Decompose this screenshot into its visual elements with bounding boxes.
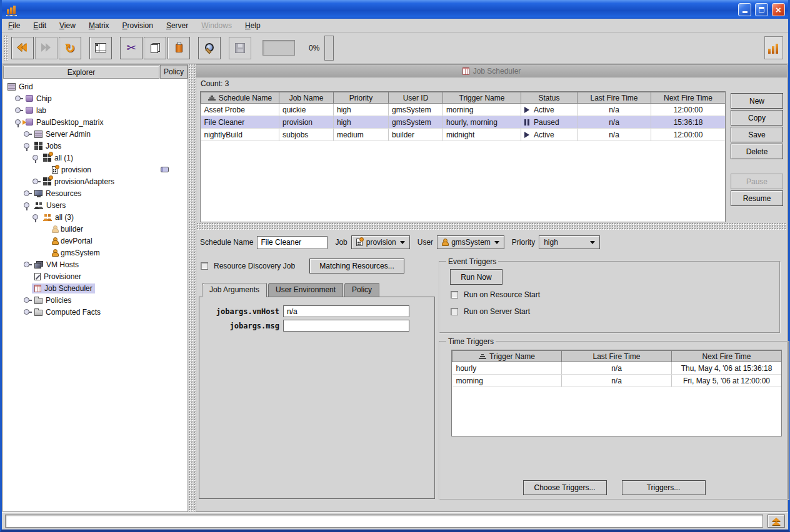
column-header-last-fire-time[interactable]: Last Fire Time xyxy=(562,351,672,362)
user-combo[interactable]: gmsSystem xyxy=(437,235,504,249)
resume-button[interactable]: Resume xyxy=(731,190,783,206)
expand-toggle-icon[interactable] xyxy=(14,106,22,114)
tree-item-provisioner[interactable]: Provisioner xyxy=(3,270,188,282)
table-row[interactable]: Asset ProbequickiehighgmsSystemmorningAc… xyxy=(201,104,726,116)
expand-toggle-icon[interactable] xyxy=(22,189,31,197)
cut-button[interactable] xyxy=(120,37,142,59)
toolbar-text-field[interactable] xyxy=(262,40,295,56)
menu-help[interactable]: Help xyxy=(245,21,261,30)
column-header-schedule-name[interactable]: Schedule Name xyxy=(201,92,279,104)
menu-server[interactable]: Server xyxy=(166,21,188,30)
expand-toggle-icon[interactable] xyxy=(22,130,31,138)
collapse-toggle-icon[interactable] xyxy=(22,142,31,150)
horizontal-splitter[interactable] xyxy=(196,222,787,230)
column-header-trigger-name[interactable]: Trigger Name xyxy=(452,351,562,362)
collapse-toggle-icon[interactable] xyxy=(14,118,22,126)
schedule-name-input[interactable] xyxy=(257,236,328,249)
tree-item-gmssystem[interactable]: gmsSystem xyxy=(3,247,188,259)
column-header-user-id[interactable]: User ID xyxy=(389,92,443,104)
tree-item-job-scheduler[interactable]: Job Scheduler xyxy=(3,282,188,294)
tree-item-jobs[interactable]: Jobs xyxy=(3,140,188,152)
expand-toggle-icon[interactable] xyxy=(22,260,31,268)
column-header-status[interactable]: Status xyxy=(521,92,578,104)
expand-toggle-icon[interactable] xyxy=(22,296,31,304)
status-message-field[interactable] xyxy=(5,515,763,528)
table-row[interactable]: File CleanerprovisionhighgmsSystemhourly… xyxy=(201,116,726,129)
matching-resources-button[interactable]: Matching Resources... xyxy=(309,259,404,273)
menu-matrix[interactable]: Matrix xyxy=(89,21,109,30)
save-button[interactable]: Save xyxy=(731,127,783,142)
priority-combo[interactable]: high xyxy=(539,235,600,249)
maximize-button[interactable] xyxy=(755,3,768,16)
table-row[interactable]: hourlyn/aThu, May 4, '06 at 15:36:18 xyxy=(452,362,782,375)
triggers-button[interactable]: Triggers... xyxy=(622,480,706,495)
menu-file[interactable]: File xyxy=(8,21,20,30)
expand-toggle-icon[interactable] xyxy=(31,177,39,185)
column-header-last-fire-time[interactable]: Last Fire Time xyxy=(578,92,651,104)
tree-item-pauldesktop-matrix[interactable]: PaulDesktop_matrix xyxy=(3,116,188,128)
close-button[interactable]: × xyxy=(772,3,785,16)
table-row[interactable]: morningn/aFri, May 5, '06 at 12:00:00 xyxy=(452,375,782,387)
job-combo[interactable]: provision xyxy=(351,235,410,249)
menu-edit[interactable]: Edit xyxy=(33,21,46,30)
column-header-next-fire-time[interactable]: Next Fire Time xyxy=(651,92,726,104)
expand-console-button[interactable] xyxy=(768,515,785,528)
run-now-button[interactable]: Run Now xyxy=(450,269,502,285)
tab-policy[interactable]: Policy xyxy=(160,65,188,79)
refresh-button[interactable] xyxy=(59,37,81,59)
column-header-trigger-name[interactable]: Trigger Name xyxy=(443,92,521,104)
copy-button[interactable] xyxy=(144,37,166,59)
tree-item-vm-hosts[interactable]: VM Hosts xyxy=(3,259,188,270)
minimize-button[interactable] xyxy=(738,3,751,16)
tree-item-server-admin[interactable]: Server Admin xyxy=(3,128,188,140)
column-header-next-fire-time[interactable]: Next Fire Time xyxy=(672,351,782,362)
jobargs-vmhost-input[interactable] xyxy=(283,305,409,317)
column-header-priority[interactable]: Priority xyxy=(334,92,389,104)
expand-toggle-icon[interactable] xyxy=(22,308,31,316)
menu-windows[interactable]: Windows xyxy=(201,21,232,30)
tab-policy[interactable]: Policy xyxy=(344,283,379,297)
tab-explorer[interactable]: Explorer xyxy=(3,66,159,79)
tree-item-builder[interactable]: builder xyxy=(3,223,188,235)
resource-discovery-checkbox[interactable] xyxy=(201,262,208,270)
menu-view[interactable]: View xyxy=(59,21,76,30)
checkbox-box[interactable] xyxy=(451,308,458,315)
tree-item-policies[interactable]: Policies xyxy=(3,294,188,306)
menu-provision[interactable]: Provision xyxy=(122,21,153,30)
pause-button[interactable]: Pause xyxy=(731,174,783,189)
tree-item-provisionadapters[interactable]: provisionAdapters xyxy=(3,175,188,187)
paste-button[interactable] xyxy=(168,37,190,59)
run-on-resource-start-checkbox-row[interactable]: Run on Resource Start xyxy=(451,290,773,299)
tree-item-grid[interactable]: Grid xyxy=(3,81,188,92)
collapse-toggle-icon[interactable] xyxy=(31,154,39,162)
search-button[interactable] xyxy=(198,37,221,59)
new-button[interactable]: New xyxy=(731,93,783,109)
collapse-toggle-icon[interactable] xyxy=(22,201,31,209)
save-button[interactable] xyxy=(229,37,251,59)
jobargs-msg-input[interactable] xyxy=(283,320,409,332)
forward-button[interactable] xyxy=(35,37,58,59)
tab-job-arguments[interactable]: Job Arguments xyxy=(202,283,267,297)
run-on-server-start-checkbox-row[interactable]: Run on Server Start xyxy=(451,307,773,316)
back-button[interactable] xyxy=(11,37,34,59)
tree-item-devportal[interactable]: devPortal xyxy=(3,235,188,247)
tab-user-environment[interactable]: User Environment xyxy=(268,283,343,297)
tree-item-lab[interactable]: lab xyxy=(3,104,188,116)
column-header-job-name[interactable]: Job Name xyxy=(279,92,334,104)
tree-item-resources[interactable]: Resources xyxy=(3,187,188,199)
delete-button[interactable]: Delete xyxy=(731,144,783,159)
copy-button[interactable]: Copy xyxy=(731,110,783,126)
expand-toggle-icon[interactable] xyxy=(14,94,22,102)
tree-item-users[interactable]: Users xyxy=(3,199,188,211)
checkbox-box[interactable] xyxy=(451,291,458,298)
table-row[interactable]: nightlyBuildsubjobsmediumbuildermidnight… xyxy=(201,129,726,141)
tree-item-provision[interactable]: provision xyxy=(3,164,188,175)
tree-item-all-3[interactable]: all (3) xyxy=(3,211,188,223)
toolbar-drag-handle[interactable] xyxy=(3,35,8,61)
choose-triggers-button[interactable]: Choose Triggers... xyxy=(523,480,607,495)
vertical-splitter[interactable] xyxy=(188,64,196,512)
tree-item-chip[interactable]: Chip xyxy=(3,92,188,104)
window-layout-button[interactable] xyxy=(89,37,112,59)
collapse-toggle-icon[interactable] xyxy=(31,213,39,221)
tree-item-computed-facts[interactable]: Computed Facts xyxy=(3,306,188,318)
